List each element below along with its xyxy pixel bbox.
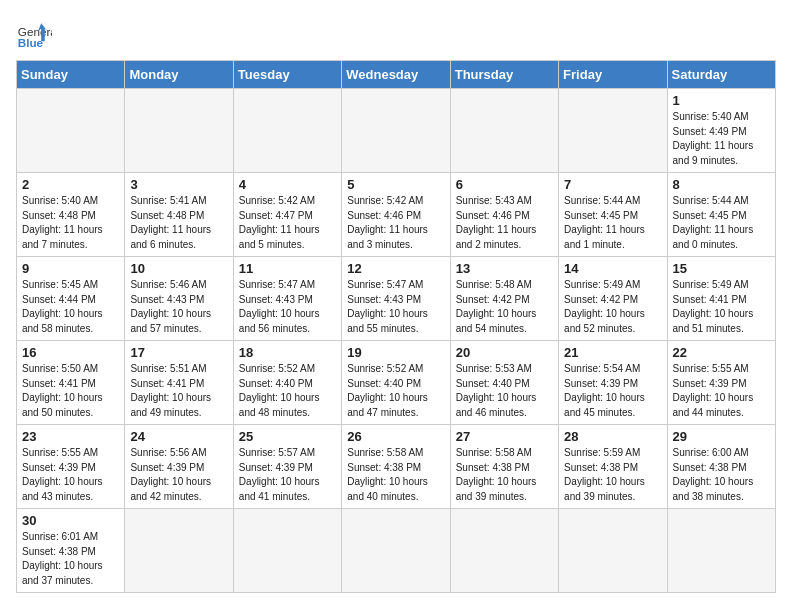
calendar-cell: 20Sunrise: 5:53 AM Sunset: 4:40 PM Dayli… — [450, 341, 558, 425]
calendar-cell: 15Sunrise: 5:49 AM Sunset: 4:41 PM Dayli… — [667, 257, 775, 341]
calendar-cell — [342, 89, 450, 173]
day-info: Sunrise: 5:47 AM Sunset: 4:43 PM Dayligh… — [347, 278, 444, 336]
day-number: 7 — [564, 177, 661, 192]
day-info: Sunrise: 5:49 AM Sunset: 4:41 PM Dayligh… — [673, 278, 770, 336]
calendar-cell: 21Sunrise: 5:54 AM Sunset: 4:39 PM Dayli… — [559, 341, 667, 425]
day-number: 14 — [564, 261, 661, 276]
calendar-cell: 16Sunrise: 5:50 AM Sunset: 4:41 PM Dayli… — [17, 341, 125, 425]
day-info: Sunrise: 5:42 AM Sunset: 4:47 PM Dayligh… — [239, 194, 336, 252]
day-number: 28 — [564, 429, 661, 444]
calendar-cell: 27Sunrise: 5:58 AM Sunset: 4:38 PM Dayli… — [450, 425, 558, 509]
calendar-cell — [667, 509, 775, 593]
calendar-cell: 23Sunrise: 5:55 AM Sunset: 4:39 PM Dayli… — [17, 425, 125, 509]
day-info: Sunrise: 5:40 AM Sunset: 4:49 PM Dayligh… — [673, 110, 770, 168]
day-number: 24 — [130, 429, 227, 444]
day-info: Sunrise: 5:52 AM Sunset: 4:40 PM Dayligh… — [347, 362, 444, 420]
calendar-cell: 4Sunrise: 5:42 AM Sunset: 4:47 PM Daylig… — [233, 173, 341, 257]
day-number: 29 — [673, 429, 770, 444]
calendar-cell: 19Sunrise: 5:52 AM Sunset: 4:40 PM Dayli… — [342, 341, 450, 425]
day-info: Sunrise: 5:45 AM Sunset: 4:44 PM Dayligh… — [22, 278, 119, 336]
calendar-cell: 17Sunrise: 5:51 AM Sunset: 4:41 PM Dayli… — [125, 341, 233, 425]
day-number: 13 — [456, 261, 553, 276]
logo: General Blue — [16, 16, 52, 52]
calendar-cell — [450, 89, 558, 173]
day-number: 16 — [22, 345, 119, 360]
day-number: 1 — [673, 93, 770, 108]
day-info: Sunrise: 5:52 AM Sunset: 4:40 PM Dayligh… — [239, 362, 336, 420]
day-info: Sunrise: 5:50 AM Sunset: 4:41 PM Dayligh… — [22, 362, 119, 420]
calendar-cell — [125, 509, 233, 593]
day-number: 25 — [239, 429, 336, 444]
day-info: Sunrise: 5:55 AM Sunset: 4:39 PM Dayligh… — [22, 446, 119, 504]
calendar-header-row: SundayMondayTuesdayWednesdayThursdayFrid… — [17, 61, 776, 89]
calendar-cell — [559, 89, 667, 173]
calendar-cell: 6Sunrise: 5:43 AM Sunset: 4:46 PM Daylig… — [450, 173, 558, 257]
calendar-cell: 24Sunrise: 5:56 AM Sunset: 4:39 PM Dayli… — [125, 425, 233, 509]
calendar-cell: 28Sunrise: 5:59 AM Sunset: 4:38 PM Dayli… — [559, 425, 667, 509]
day-info: Sunrise: 5:47 AM Sunset: 4:43 PM Dayligh… — [239, 278, 336, 336]
calendar-cell — [450, 509, 558, 593]
day-number: 17 — [130, 345, 227, 360]
calendar-cell — [559, 509, 667, 593]
day-info: Sunrise: 5:48 AM Sunset: 4:42 PM Dayligh… — [456, 278, 553, 336]
calendar-cell: 5Sunrise: 5:42 AM Sunset: 4:46 PM Daylig… — [342, 173, 450, 257]
col-header-thursday: Thursday — [450, 61, 558, 89]
day-number: 22 — [673, 345, 770, 360]
calendar-cell: 11Sunrise: 5:47 AM Sunset: 4:43 PM Dayli… — [233, 257, 341, 341]
calendar-cell — [233, 89, 341, 173]
day-number: 6 — [456, 177, 553, 192]
day-number: 27 — [456, 429, 553, 444]
day-number: 19 — [347, 345, 444, 360]
day-info: Sunrise: 5:44 AM Sunset: 4:45 PM Dayligh… — [673, 194, 770, 252]
calendar-cell: 14Sunrise: 5:49 AM Sunset: 4:42 PM Dayli… — [559, 257, 667, 341]
calendar-cell: 8Sunrise: 5:44 AM Sunset: 4:45 PM Daylig… — [667, 173, 775, 257]
day-info: Sunrise: 5:42 AM Sunset: 4:46 PM Dayligh… — [347, 194, 444, 252]
day-number: 2 — [22, 177, 119, 192]
day-number: 18 — [239, 345, 336, 360]
day-number: 30 — [22, 513, 119, 528]
calendar-cell: 10Sunrise: 5:46 AM Sunset: 4:43 PM Dayli… — [125, 257, 233, 341]
calendar-cell: 18Sunrise: 5:52 AM Sunset: 4:40 PM Dayli… — [233, 341, 341, 425]
day-number: 26 — [347, 429, 444, 444]
day-number: 4 — [239, 177, 336, 192]
day-number: 10 — [130, 261, 227, 276]
day-info: Sunrise: 6:01 AM Sunset: 4:38 PM Dayligh… — [22, 530, 119, 588]
calendar-cell — [17, 89, 125, 173]
calendar-cell: 25Sunrise: 5:57 AM Sunset: 4:39 PM Dayli… — [233, 425, 341, 509]
day-info: Sunrise: 5:57 AM Sunset: 4:39 PM Dayligh… — [239, 446, 336, 504]
col-header-monday: Monday — [125, 61, 233, 89]
day-number: 15 — [673, 261, 770, 276]
calendar-cell: 29Sunrise: 6:00 AM Sunset: 4:38 PM Dayli… — [667, 425, 775, 509]
col-header-tuesday: Tuesday — [233, 61, 341, 89]
calendar-cell: 13Sunrise: 5:48 AM Sunset: 4:42 PM Dayli… — [450, 257, 558, 341]
day-number: 5 — [347, 177, 444, 192]
header: General Blue — [16, 16, 776, 52]
calendar-cell: 26Sunrise: 5:58 AM Sunset: 4:38 PM Dayli… — [342, 425, 450, 509]
calendar-cell: 9Sunrise: 5:45 AM Sunset: 4:44 PM Daylig… — [17, 257, 125, 341]
day-number: 3 — [130, 177, 227, 192]
day-info: Sunrise: 5:44 AM Sunset: 4:45 PM Dayligh… — [564, 194, 661, 252]
col-header-saturday: Saturday — [667, 61, 775, 89]
day-info: Sunrise: 5:40 AM Sunset: 4:48 PM Dayligh… — [22, 194, 119, 252]
calendar-cell: 12Sunrise: 5:47 AM Sunset: 4:43 PM Dayli… — [342, 257, 450, 341]
calendar-cell: 2Sunrise: 5:40 AM Sunset: 4:48 PM Daylig… — [17, 173, 125, 257]
day-info: Sunrise: 5:46 AM Sunset: 4:43 PM Dayligh… — [130, 278, 227, 336]
calendar-cell: 1Sunrise: 5:40 AM Sunset: 4:49 PM Daylig… — [667, 89, 775, 173]
day-number: 9 — [22, 261, 119, 276]
svg-text:Blue: Blue — [18, 36, 44, 49]
day-info: Sunrise: 5:58 AM Sunset: 4:38 PM Dayligh… — [347, 446, 444, 504]
day-info: Sunrise: 5:56 AM Sunset: 4:39 PM Dayligh… — [130, 446, 227, 504]
col-header-friday: Friday — [559, 61, 667, 89]
day-number: 23 — [22, 429, 119, 444]
col-header-wednesday: Wednesday — [342, 61, 450, 89]
logo-icon: General Blue — [16, 16, 52, 52]
calendar-cell: 7Sunrise: 5:44 AM Sunset: 4:45 PM Daylig… — [559, 173, 667, 257]
calendar-cell: 30Sunrise: 6:01 AM Sunset: 4:38 PM Dayli… — [17, 509, 125, 593]
day-number: 21 — [564, 345, 661, 360]
day-info: Sunrise: 5:43 AM Sunset: 4:46 PM Dayligh… — [456, 194, 553, 252]
day-number: 11 — [239, 261, 336, 276]
day-info: Sunrise: 5:58 AM Sunset: 4:38 PM Dayligh… — [456, 446, 553, 504]
day-info: Sunrise: 5:55 AM Sunset: 4:39 PM Dayligh… — [673, 362, 770, 420]
day-info: Sunrise: 5:59 AM Sunset: 4:38 PM Dayligh… — [564, 446, 661, 504]
day-info: Sunrise: 5:53 AM Sunset: 4:40 PM Dayligh… — [456, 362, 553, 420]
